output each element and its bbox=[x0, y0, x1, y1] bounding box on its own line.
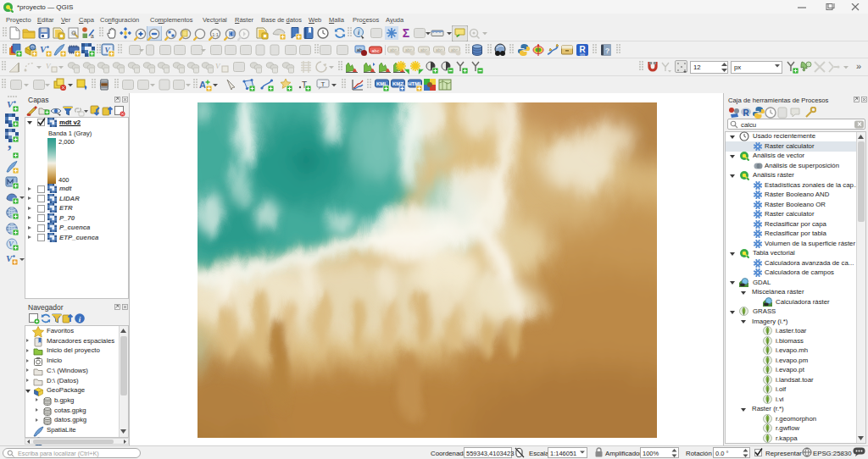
svg-text:GIS: GIS bbox=[580, 53, 586, 57]
svg-text:V: V bbox=[46, 62, 52, 70]
svg-text:R: R bbox=[743, 108, 749, 118]
svg-text:?: ? bbox=[605, 47, 610, 55]
svg-text:a: a bbox=[91, 33, 94, 39]
svg-text:V: V bbox=[215, 62, 221, 70]
svg-text:’: ’ bbox=[7, 145, 12, 158]
svg-text:1:1: 1:1 bbox=[212, 32, 219, 37]
svg-text:abc: abc bbox=[372, 48, 380, 53]
svg-text:T: T bbox=[321, 80, 326, 88]
svg-text:Σ: Σ bbox=[403, 26, 409, 40]
svg-text:A: A bbox=[199, 80, 206, 90]
